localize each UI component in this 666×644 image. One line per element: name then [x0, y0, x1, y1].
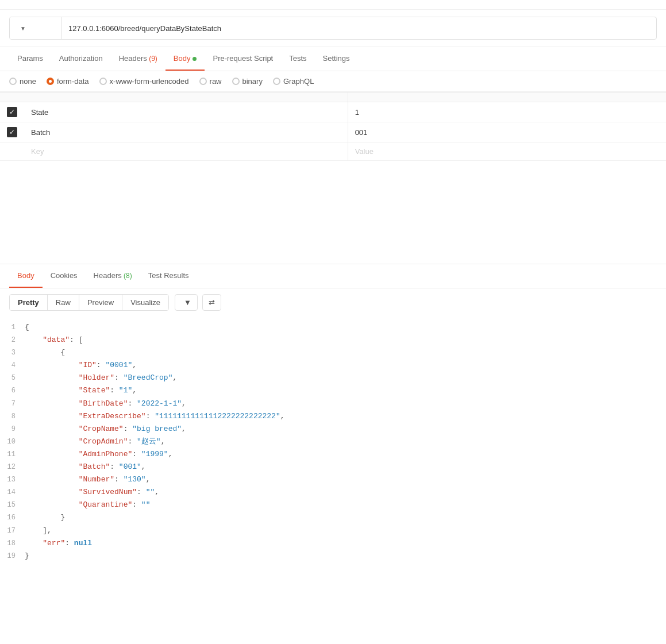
request-tabs: ParamsAuthorizationHeaders (9)BodyPre-re…: [0, 47, 666, 71]
json-line-18: 18 "err": null: [5, 537, 666, 550]
tab-dot-body: [193, 57, 197, 61]
request-tab-prerequest[interactable]: Pre-request Script: [205, 47, 281, 71]
line-content-2: "data": [: [25, 334, 666, 346]
kv-value-1: 001: [348, 122, 666, 142]
json-line-2: 2 "data": [: [5, 334, 666, 346]
key-placeholder-2: Key: [31, 147, 44, 156]
response-tab-cookies[interactable]: Cookies: [43, 264, 86, 288]
request-tab-body[interactable]: Body: [165, 47, 205, 71]
checkbox-1[interactable]: ✓: [7, 127, 17, 137]
line-content-7: "BirthDate": "2022-1-1",: [25, 398, 666, 410]
body-type-none[interactable]: none: [9, 77, 36, 86]
line-number-12: 12: [5, 461, 25, 473]
json-chevron-icon: ▼: [184, 298, 191, 307]
format-btn-visualize[interactable]: Visualize: [122, 295, 168, 310]
line-content-12: "Batch": "001",: [25, 461, 666, 473]
json-line-3: 3 {: [5, 346, 666, 359]
json-selector[interactable]: ▼: [175, 294, 198, 311]
kv-check-1: ✓: [0, 122, 24, 142]
json-line-5: 5 "Holder": "BreedCrop",: [5, 372, 666, 384]
body-type-binary[interactable]: binary: [232, 77, 263, 86]
line-content-8: "ExtraDescribe": "1111111111111222222222…: [25, 410, 666, 423]
url-input[interactable]: [61, 24, 656, 33]
body-type-label-none: none: [20, 77, 36, 86]
json-line-8: 8 "ExtraDescribe": "11111111111112222222…: [5, 410, 666, 423]
json-line-19: 19}: [5, 550, 666, 562]
method-selector[interactable]: ▼: [10, 17, 61, 39]
line-number-3: 3: [5, 347, 25, 358]
json-line-7: 7 "BirthDate": "2022-1-1",: [5, 398, 666, 410]
checkmark-0: ✓: [9, 109, 15, 115]
response-tab-headers[interactable]: Headers (8): [86, 264, 140, 288]
line-number-17: 17: [5, 525, 25, 537]
response-section: BodyCookiesHeaders (8)Test Results Prett…: [0, 264, 666, 567]
response-tab-testresults[interactable]: Test Results: [140, 264, 197, 288]
line-content-5: "Holder": "BreedCrop",: [25, 372, 666, 384]
resp-badge-headers: (8): [122, 272, 132, 280]
body-type-form-data[interactable]: form-data: [47, 77, 89, 86]
format-btn-pretty[interactable]: Pretty: [10, 295, 48, 310]
kv-value-2: Value: [348, 142, 666, 161]
json-line-10: 10 "CropAdmin": "赵云",: [5, 435, 666, 448]
line-number-4: 4: [5, 360, 25, 371]
json-line-1: 1{: [5, 321, 666, 334]
line-number-18: 18: [5, 538, 25, 549]
format-group: PrettyRawPreviewVisualize: [9, 294, 169, 311]
key-column-header: [24, 92, 348, 102]
line-content-19: }: [25, 550, 666, 562]
line-number-15: 15: [5, 499, 25, 511]
url-bar-section: ▼: [0, 10, 666, 47]
body-type-graphql[interactable]: GraphQL: [273, 77, 314, 86]
line-content-18: "err": null: [25, 537, 666, 550]
request-tab-authorization[interactable]: Authorization: [51, 47, 111, 71]
kv-check-2: [0, 142, 24, 161]
wrap-button[interactable]: ⇄: [202, 294, 221, 311]
body-type-label-x-www-form-urlencoded: x-www-form-urlencoded: [110, 77, 189, 86]
body-type-x-www-form-urlencoded[interactable]: x-www-form-urlencoded: [99, 77, 189, 86]
line-number-1: 1: [5, 322, 25, 333]
format-btn-preview[interactable]: Preview: [79, 295, 122, 310]
line-number-5: 5: [5, 372, 25, 384]
format-btn-raw[interactable]: Raw: [48, 295, 79, 310]
line-content-9: "CropName": "big breed",: [25, 423, 666, 435]
line-content-17: ],: [25, 525, 666, 537]
line-number-11: 11: [5, 449, 25, 460]
line-number-7: 7: [5, 398, 25, 410]
kv-key-0: State: [24, 102, 348, 122]
request-tab-settings[interactable]: Settings: [315, 47, 358, 71]
body-types-row: noneform-datax-www-form-urlencodedrawbin…: [0, 71, 666, 92]
format-row: PrettyRawPreviewVisualize ▼ ⇄: [0, 288, 666, 317]
url-bar: ▼: [9, 17, 657, 40]
line-content-16: }: [25, 511, 666, 524]
body-type-label-form-data: form-data: [57, 77, 89, 86]
request-tab-headers[interactable]: Headers (9): [111, 47, 165, 71]
value-placeholder-2: Value: [355, 147, 374, 156]
radio-circle-none: [9, 78, 17, 85]
body-type-raw[interactable]: raw: [199, 77, 222, 86]
main-container: ▼ ParamsAuthorizationHeaders (9)BodyPre-…: [0, 0, 666, 644]
line-number-13: 13: [5, 474, 25, 485]
line-number-19: 19: [5, 550, 25, 562]
breadcrumb: [0, 0, 666, 10]
line-content-6: "State": "1",: [25, 384, 666, 397]
tab-badge-headers: (9): [147, 55, 157, 63]
checkbox-0[interactable]: ✓: [7, 107, 17, 117]
json-line-16: 16 }: [5, 511, 666, 524]
json-line-9: 9 "CropName": "big breed",: [5, 423, 666, 435]
radio-circle-binary: [232, 78, 240, 85]
json-line-12: 12 "Batch": "001",: [5, 461, 666, 473]
line-content-13: "Number": "130",: [25, 473, 666, 486]
request-tab-params[interactable]: Params: [9, 47, 51, 71]
response-tab-body[interactable]: Body: [9, 264, 43, 288]
chevron-down-icon: ▼: [20, 25, 26, 32]
line-content-3: {: [25, 346, 666, 359]
json-line-4: 4 "ID": "0001",: [5, 359, 666, 372]
check-column-header: [0, 92, 24, 102]
json-area: 1{2 "data": [3 {4 "ID": "0001",5 "Holder…: [0, 317, 666, 567]
request-tab-tests[interactable]: Tests: [281, 47, 314, 71]
line-content-4: "ID": "0001",: [25, 359, 666, 372]
line-content-11: "AdminPhone": "1999",: [25, 448, 666, 461]
checkmark-1: ✓: [9, 129, 15, 136]
line-number-9: 9: [5, 423, 25, 435]
line-number-2: 2: [5, 334, 25, 346]
